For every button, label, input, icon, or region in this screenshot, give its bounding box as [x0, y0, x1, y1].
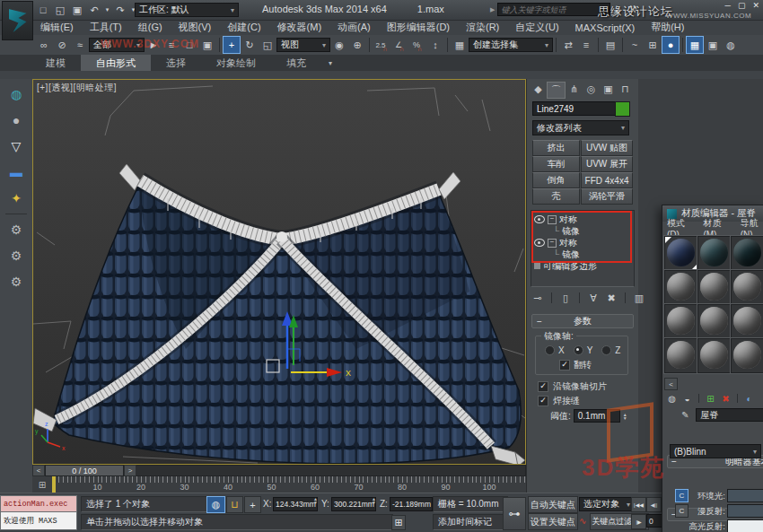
reset-map-icon[interactable]: ⊞	[704, 392, 717, 405]
flip-checkbox[interactable]: ✓	[559, 360, 570, 371]
pin-stack-icon[interactable]: ⊸	[531, 291, 545, 305]
tab-create-icon[interactable]: ◆	[530, 82, 547, 97]
mini-curve-editor-icon[interactable]: ⊞	[32, 476, 53, 493]
unlink-icon[interactable]: ⊘	[53, 36, 71, 54]
menu-animation[interactable]: 动画(A)	[329, 21, 379, 34]
menu-tools[interactable]: 工具(T)	[82, 21, 130, 34]
axis-x-radio[interactable]	[545, 345, 555, 355]
show-map-icon[interactable]: ◐	[742, 392, 756, 405]
named-selection-sets-dropdown[interactable]: 创建选择集 ▾	[469, 38, 553, 52]
next-key-icon[interactable]: |▶	[631, 514, 646, 529]
slice-checkbox[interactable]: ✓	[538, 381, 548, 392]
delete-material-icon[interactable]: ✖	[719, 392, 732, 405]
search-expand-icon[interactable]: ▶	[490, 6, 495, 13]
bevel-button[interactable]: 倒角	[532, 172, 580, 188]
current-frame-marker[interactable]	[52, 476, 56, 493]
selection-lock-icon[interactable]: ⊔	[226, 496, 243, 513]
sample-slot[interactable]	[697, 270, 732, 305]
slot-scroll-left-icon[interactable]: <	[664, 378, 678, 390]
sample-slot[interactable]	[664, 304, 698, 339]
prev-frame-icon[interactable]: <	[32, 465, 45, 476]
extrude-button[interactable]: 挤出	[532, 140, 580, 156]
sample-slot[interactable]	[731, 304, 763, 339]
x-coord-field[interactable]: 124.343mm	[273, 497, 318, 511]
curve-editor-icon[interactable]: ~	[626, 36, 644, 54]
eyedropper-icon[interactable]: ✎	[679, 409, 692, 422]
tab-display-icon[interactable]: ▣	[600, 82, 617, 97]
gear-back-icon[interactable]: ⚙	[4, 219, 28, 240]
tab-hierarchy-icon[interactable]: ⋔	[566, 82, 583, 97]
gear-play-icon[interactable]: ⚙	[4, 245, 28, 266]
snap-toggle-icon[interactable]: 2.5∩	[373, 36, 390, 54]
use-pivot-center-icon[interactable]: ◉	[330, 36, 348, 54]
tab-modify-icon[interactable]: ⌒	[547, 82, 566, 99]
rendered-frame-icon[interactable]: ▣	[704, 36, 722, 54]
next-frame-icon[interactable]: >	[124, 465, 136, 476]
ribbon-tab-modeling[interactable]: 建模	[31, 55, 81, 71]
z-coord-field[interactable]: -21.189mm	[390, 497, 433, 511]
y-coord-field[interactable]: 300.221mm	[331, 497, 376, 511]
turbosmooth-button[interactable]: 涡轮平滑	[581, 188, 633, 205]
open-file-icon[interactable]: ◱	[53, 4, 67, 17]
time-slider-track[interactable]	[136, 465, 526, 476]
maxscript-listener-pink[interactable]: actionMan.exec	[0, 495, 77, 512]
object-color-swatch[interactable]	[615, 101, 630, 117]
undo-dropdown-icon[interactable]: ▾	[104, 4, 110, 17]
material-name-field[interactable]: 屋脊	[696, 408, 763, 422]
add-time-tag[interactable]: 添加时间标记	[433, 514, 508, 530]
object-name-field[interactable]: Line2749	[532, 101, 617, 116]
app-menu-button[interactable]	[2, 1, 33, 40]
menu-help[interactable]: 帮助(H)	[643, 21, 692, 34]
angle-snap-icon[interactable]: ∠∩	[390, 36, 408, 54]
spinner-icon[interactable]: ▲▼	[623, 413, 627, 420]
sample-slot[interactable]	[664, 236, 698, 271]
auto-key-button[interactable]: 自动关键点	[528, 496, 578, 513]
remove-modifier-icon[interactable]: ✖	[604, 291, 618, 305]
workspace-dropdown[interactable]: 工作区: 默认 ▾	[135, 3, 239, 17]
uvw-map-button[interactable]: UVW 贴图	[581, 140, 633, 156]
shader-type-dropdown[interactable]: (B)Blinn ▾	[670, 444, 761, 458]
threshold-field[interactable]: 0.1mm	[574, 409, 620, 423]
menu-group[interactable]: 组(G)	[130, 21, 171, 34]
weld-checkbox[interactable]: ✓	[538, 396, 548, 406]
select-scale-icon[interactable]: ◱	[259, 36, 276, 54]
sample-slot[interactable]	[664, 338, 698, 373]
ambient-color-swatch[interactable]	[727, 489, 763, 502]
minimize-icon[interactable]: ─	[725, 1, 731, 10]
menu-graph-editors[interactable]: 图形编辑器(D)	[379, 21, 458, 34]
save-icon[interactable]: ▣	[70, 4, 84, 17]
isolate-selection-icon[interactable]: ◍	[206, 496, 225, 513]
spinner-snap-icon[interactable]: ↕	[426, 36, 444, 54]
sample-slot[interactable]	[731, 338, 763, 373]
make-unique-icon[interactable]: ∀	[586, 291, 601, 305]
specular-color-swatch[interactable]	[727, 519, 763, 532]
material-editor-window[interactable]: 材质编辑器 - 屋脊 模式(D) 材质(M) 导航(N) < ◍ ◒ ⊞	[662, 205, 763, 532]
ribbon-tab-populate[interactable]: 填充	[271, 55, 321, 71]
menu-maxscript[interactable]: MAXScript(X)	[567, 22, 644, 33]
viewport-label[interactable]: [+][透视][明暗处理]	[37, 82, 117, 94]
axis-y-radio[interactable]	[574, 345, 583, 355]
window-crossing-icon[interactable]: ▣	[198, 36, 216, 54]
select-move-icon[interactable]: +	[223, 36, 241, 54]
assign-material-icon[interactable]: ◒	[680, 392, 694, 405]
sample-slot[interactable]	[731, 236, 763, 271]
lathe-button[interactable]: 车削	[532, 156, 580, 172]
redo-icon[interactable]: ↷	[113, 4, 127, 17]
sample-slot[interactable]	[697, 304, 732, 339]
reference-coordinate-dropdown[interactable]: 视图 ▾	[276, 38, 330, 52]
ribbon-tab-object-paint[interactable]: 对象绘制	[201, 55, 271, 71]
undo-icon[interactable]: ↶	[87, 4, 101, 17]
key-curve-icon[interactable]: ∿	[579, 516, 586, 526]
collapse-rollout-icon[interactable]: −	[537, 317, 542, 327]
search-input[interactable]	[497, 3, 610, 16]
spinner-icon[interactable]: ▲▼	[372, 497, 376, 504]
menu-modifiers[interactable]: 修改器(M)	[269, 21, 330, 34]
edit-named-sets-icon[interactable]: ▦	[451, 36, 469, 54]
axis-z-radio[interactable]	[601, 345, 611, 355]
polydraw-icon[interactable]: ◍	[4, 83, 28, 105]
align-icon[interactable]: ≡	[577, 36, 595, 54]
ribbon-tab-freeform[interactable]: 自由形式	[81, 55, 151, 71]
tab-utilities-icon[interactable]: ⊓	[617, 82, 634, 97]
select-rotate-icon[interactable]: ↻	[241, 36, 259, 54]
paint-tube-icon[interactable]: ▬	[4, 161, 28, 183]
